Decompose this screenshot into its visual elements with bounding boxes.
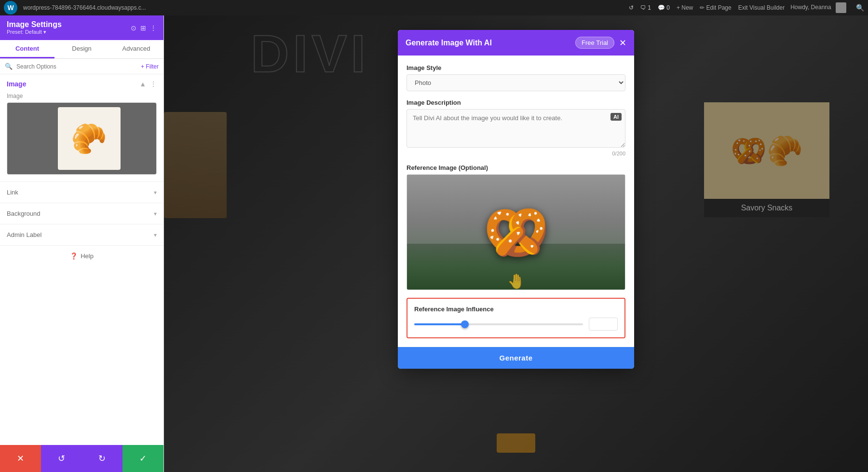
image-field-label: Image [0,93,163,102]
admin-label-section[interactable]: Admin Label ▾ [0,224,163,245]
influence-section: Reference Image Influence [407,298,625,338]
sidebar-preset[interactable]: Preset: Default ▾ [7,29,62,35]
image-style-select[interactable]: Photo Illustration Painting Sketch 3D [407,74,625,91]
image-preview-container[interactable]: 🥐 [7,102,157,175]
char-count: 0/200 [407,151,625,156]
free-trial-button[interactable]: Free Trial [575,37,614,49]
cancel-icon: ✕ [17,453,24,464]
save-button[interactable]: ✓ [122,445,163,472]
cache-icon[interactable]: ↺ [629,4,634,11]
focus-icon[interactable]: ⊙ [131,24,136,32]
reference-image-group: Reference Image (Optional) [407,164,625,290]
generate-button[interactable]: Generate [398,347,634,369]
search-icon-wp[interactable]: 🔍 [856,4,864,12]
modal-title: Generate Image With AI [406,39,492,47]
collapse-icon[interactable]: ▲ [139,80,146,88]
slider-row: 30% [414,318,618,331]
background-section[interactable]: Background ▾ [0,203,163,224]
edit-page-button[interactable]: ✏ Edit Page [700,4,731,11]
sidebar-search-bar: 🔍 + Filter [0,59,163,74]
close-icon: ✕ [619,38,626,48]
textarea-wrapper: AI [407,109,625,150]
admin-label-chevron-icon: ▾ [154,232,157,238]
ai-modal-body: Image Style Photo Illustration Painting … [398,56,634,347]
image-description-label: Image Description [407,99,625,106]
ai-badge: AI [610,113,622,121]
howdy-label: Howdy, Deanna [790,2,846,13]
help-label: Help [81,252,94,260]
ai-modal: Generate Image With AI Free Trial ✕ Imag… [398,30,634,369]
link-chevron-icon: ▾ [154,189,157,196]
sidebar-title: Image Settings [7,20,62,29]
notifications-count[interactable]: 💬 0 [658,4,670,11]
sidebar-content: Image ▲ ⋮ Image 🥐 Link ▾ [0,74,163,472]
tab-content[interactable]: Content [0,40,54,58]
undo-button[interactable]: ↺ [41,445,82,472]
undo-icon: ↺ [58,453,65,464]
image-description-group: Image Description AI 0/200 [407,99,625,156]
save-icon: ✓ [139,453,147,464]
modal-close-button[interactable]: ✕ [619,39,626,47]
section-options-icon[interactable]: ⋮ [150,80,157,88]
search-icon: 🔍 [5,63,13,70]
sidebar-header: Image Settings Preset: Default ▾ ⊙ ⊞ ⋮ [0,15,163,40]
image-style-group: Image Style Photo Illustration Painting … [407,64,625,91]
cancel-button[interactable]: ✕ [0,445,41,472]
new-button[interactable]: + New [677,4,693,11]
filter-button[interactable]: + Filter [141,63,159,70]
link-section-title: Link [7,189,18,196]
influence-label: Reference Image Influence [414,305,618,313]
image-preview: 🥐 [7,103,156,174]
reference-image-label: Reference Image (Optional) [407,164,625,171]
wp-admin-bar: W wordpress-784896-3766464.cloudwaysapps… [0,0,868,15]
image-section-header[interactable]: Image ▲ ⋮ [0,74,163,93]
background-section-title: Background [7,210,40,217]
comments-count[interactable]: 🗨 1 [640,4,651,11]
help-footer[interactable]: ❓ Help [0,245,163,266]
wp-logo[interactable]: W [4,1,17,14]
modal-overlay: Generate Image With AI Free Trial ✕ Imag… [164,15,868,472]
tab-advanced[interactable]: Advanced [109,40,163,58]
link-section[interactable]: Link ▾ [0,181,163,203]
page-background: DIVI 🥨🥐 Savory Snacks Generate Image Wit… [164,15,868,472]
slider-wrapper [414,319,583,329]
sidebar-bottom-bar: ✕ ↺ ↻ ✓ [0,445,163,472]
admin-icons: ↺ 🗨 1 💬 0 + New ✏ Edit Page Exit Visual … [629,4,785,11]
ai-modal-header: Generate Image With AI Free Trial ✕ [398,30,634,56]
admin-label-section-title: Admin Label [7,231,41,238]
left-sidebar: Image Settings Preset: Default ▾ ⊙ ⊞ ⋮ C… [0,15,164,472]
background-chevron-icon: ▾ [154,210,157,217]
percent-input[interactable]: 30% [589,318,618,331]
image-section-title: Image [7,80,26,88]
redo-button[interactable]: ↻ [82,445,123,472]
search-input[interactable] [16,63,137,70]
exit-vb-button[interactable]: Exit Visual Builder [738,4,785,11]
image-style-label: Image Style [407,64,625,71]
tab-design[interactable]: Design [54,40,109,58]
main-layout: Image Settings Preset: Default ▾ ⊙ ⊞ ⋮ C… [0,15,868,472]
grid-icon[interactable]: ⊞ [140,24,146,32]
admin-url: wordpress-784896-3766464.cloudwaysapps.c… [23,4,623,11]
reference-image-inner: 🥨 🤚 [407,175,625,290]
image-description-textarea[interactable] [407,109,625,148]
redo-icon: ↻ [98,453,106,464]
sidebar-header-icons: ⊙ ⊞ ⋮ [131,24,157,32]
help-icon: ❓ [70,252,78,260]
reference-image-container[interactable]: 🥨 🤚 [407,174,625,290]
sidebar-tabs: Content Design Advanced [0,40,163,59]
more-options-icon[interactable]: ⋮ [150,24,157,32]
